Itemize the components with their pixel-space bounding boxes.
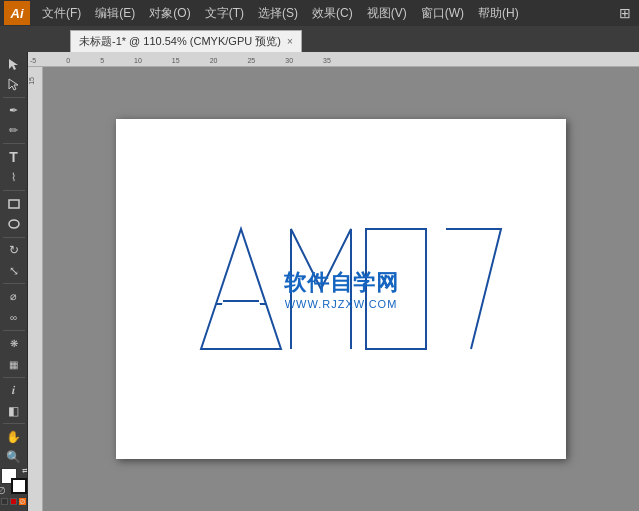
- svg-marker-1: [9, 79, 18, 90]
- swatch-red[interactable]: [10, 498, 17, 505]
- swatch-gradient[interactable]: ⊘: [19, 498, 26, 505]
- rotate-tool[interactable]: ↻: [1, 241, 27, 260]
- color-section: ⇄ ∅ ⊘: [1, 468, 27, 509]
- left-toolbar: ✒ ✏ T ⌇ ↻ ⤡ ⌀ ∞ ❋ ▦ 𝒊 ◧ ✋ 🔍: [0, 52, 28, 511]
- canvas-area[interactable]: -505101520253035 -5051015: [28, 52, 639, 511]
- tab-title: 未标题-1* @ 110.54% (CMYK/GPU 预览): [79, 34, 281, 49]
- svg-rect-2: [9, 200, 19, 208]
- menu-items: 文件(F) 编辑(E) 对象(O) 文字(T) 选择(S) 效果(C) 视图(V…: [36, 3, 609, 24]
- menu-effect[interactable]: 效果(C): [306, 3, 359, 24]
- separator-6: [3, 330, 25, 331]
- eyedropper-tool[interactable]: 𝒊: [1, 381, 27, 400]
- ruler-top: -505101520253035: [28, 52, 639, 67]
- separator-5: [3, 283, 25, 284]
- menu-bar: Ai 文件(F) 编辑(E) 对象(O) 文字(T) 选择(S) 效果(C) 视…: [0, 0, 639, 26]
- scale-tool[interactable]: ⤡: [1, 261, 27, 280]
- menu-select[interactable]: 选择(S): [252, 3, 304, 24]
- separator-1: [3, 97, 25, 98]
- symbol-tool[interactable]: ❋: [1, 334, 27, 353]
- canvas-container: 软件自学网 WWW.RJZXW.COM: [43, 67, 639, 511]
- ellipse-tool[interactable]: [1, 214, 27, 233]
- separator-3: [3, 190, 25, 191]
- rectangle-tool[interactable]: [1, 194, 27, 213]
- graph-tool[interactable]: ▦: [1, 354, 27, 373]
- document-tab[interactable]: 未标题-1* @ 110.54% (CMYK/GPU 预览) ×: [70, 30, 302, 52]
- menu-window[interactable]: 窗口(W): [415, 3, 470, 24]
- path-type-tool[interactable]: ⌇: [1, 168, 27, 187]
- menu-view[interactable]: 视图(V): [361, 3, 413, 24]
- menu-object[interactable]: 对象(O): [143, 3, 196, 24]
- type-tool[interactable]: T: [1, 147, 27, 166]
- ai-logo: Ai: [4, 1, 30, 25]
- pencil-tool[interactable]: ✏: [1, 121, 27, 140]
- menu-edit[interactable]: 编辑(E): [89, 3, 141, 24]
- tab-bar: 未标题-1* @ 110.54% (CMYK/GPU 预览) ×: [0, 26, 639, 52]
- swatch-black[interactable]: [1, 498, 8, 505]
- amd-logo-artwork: [161, 209, 521, 369]
- separator-8: [3, 423, 25, 424]
- main-layout: ✒ ✏ T ⌇ ↻ ⤡ ⌀ ∞ ❋ ▦ 𝒊 ◧ ✋ 🔍: [0, 52, 639, 511]
- separator-4: [3, 237, 25, 238]
- menu-file[interactable]: 文件(F): [36, 3, 87, 24]
- stroke-color[interactable]: [11, 478, 27, 494]
- fill-stroke-indicator[interactable]: ⇄ ∅: [1, 468, 27, 494]
- menu-help[interactable]: 帮助(H): [472, 3, 525, 24]
- layout-button[interactable]: ⊞: [615, 3, 635, 23]
- warp-tool[interactable]: ⌀: [1, 287, 27, 306]
- separator-7: [3, 377, 25, 378]
- svg-point-3: [9, 220, 19, 228]
- separator-2: [3, 143, 25, 144]
- zoom-tool[interactable]: 🔍: [1, 448, 27, 467]
- ruler-left: -5051015: [28, 67, 43, 511]
- gradient-tool[interactable]: ◧: [1, 401, 27, 420]
- menu-type[interactable]: 文字(T): [199, 3, 250, 24]
- blend-tool[interactable]: ∞: [1, 308, 27, 327]
- document-page: 软件自学网 WWW.RJZXW.COM: [116, 119, 566, 459]
- hand-tool[interactable]: ✋: [1, 427, 27, 446]
- selection-tool[interactable]: [1, 54, 27, 73]
- none-color-icon[interactable]: ∅: [0, 485, 6, 496]
- svg-rect-9: [381, 244, 411, 334]
- quick-color-swatches: ⊘: [1, 498, 26, 505]
- direct-selection-tool[interactable]: [1, 74, 27, 93]
- svg-marker-0: [9, 59, 18, 70]
- tab-close-button[interactable]: ×: [287, 36, 293, 47]
- pen-tool[interactable]: ✒: [1, 101, 27, 120]
